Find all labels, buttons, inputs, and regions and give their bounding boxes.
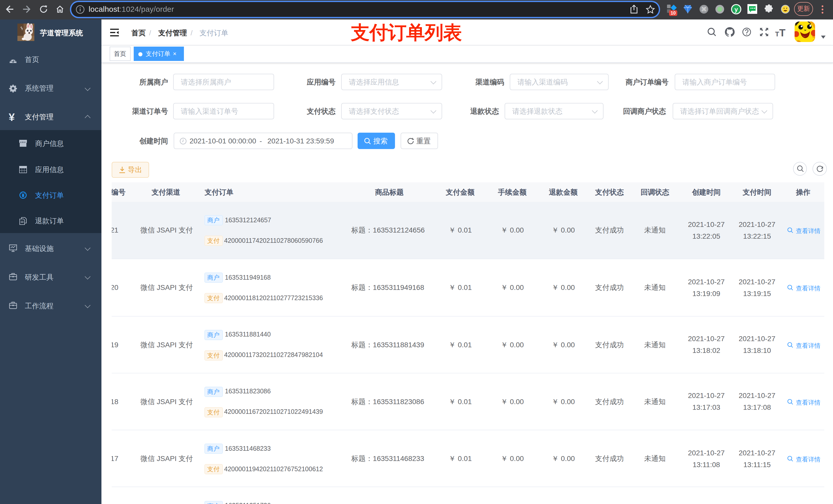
svg-text:10: 10 [671, 10, 676, 16]
svg-text:y: y [734, 6, 738, 13]
svg-text:⌘: ⌘ [701, 6, 707, 13]
